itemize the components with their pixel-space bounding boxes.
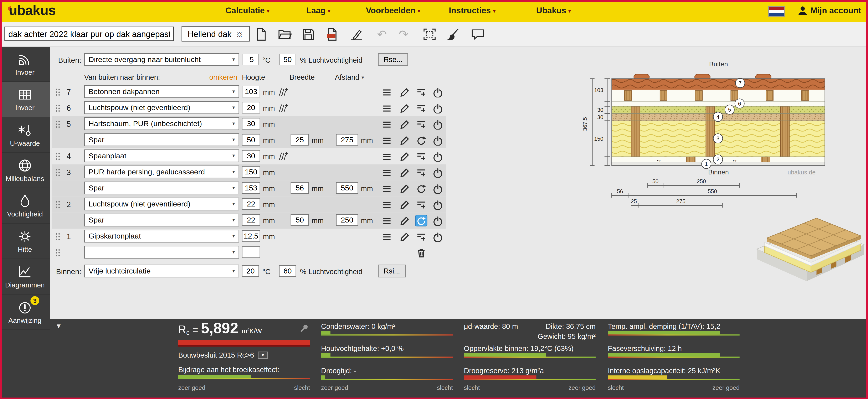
menu-ubakus[interactable]: Ubakus▾: [536, 6, 571, 15]
drag-handle-icon[interactable]: [55, 88, 60, 96]
material-select[interactable]: Spar▼: [84, 133, 239, 146]
drag-handle-icon[interactable]: [55, 201, 60, 209]
height-input[interactable]: [242, 198, 260, 210]
edit-signature-icon[interactable]: [347, 27, 365, 42]
inside-humidity-input[interactable]: [279, 265, 296, 277]
save-icon[interactable]: [300, 27, 317, 42]
add-layer-icon[interactable]: [415, 151, 428, 162]
edit-icon[interactable]: [399, 102, 411, 114]
edit-icon[interactable]: [399, 231, 411, 243]
material-select[interactable]: PUR harde persing, gealucasseerd▼: [84, 165, 239, 178]
edit-icon[interactable]: [399, 183, 411, 194]
material-select[interactable]: Luchtspouw (niet geventileerd)▼: [84, 101, 239, 114]
edit-icon[interactable]: [399, 134, 411, 146]
power-icon[interactable]: [432, 86, 444, 98]
pdf-export-icon[interactable]: [323, 27, 341, 42]
power-icon[interactable]: [432, 199, 444, 210]
undo-icon[interactable]: ↶: [373, 27, 391, 42]
texture-icon[interactable]: [278, 151, 288, 163]
texture-icon[interactable]: [278, 87, 288, 99]
power-icon[interactable]: [432, 215, 444, 226]
construction-type-button[interactable]: Hellend dak☼: [182, 26, 249, 41]
drag-handle-icon[interactable]: [55, 152, 60, 161]
power-icon[interactable]: [432, 183, 444, 194]
sidebar-item-diagrammen[interactable]: Diagrammen: [0, 259, 50, 295]
material-select[interactable]: Spaanplaat▼: [84, 149, 239, 162]
material-select[interactable]: Hartschaum, PUR (unbeschichtet)▼: [84, 117, 239, 130]
outside-surface-select[interactable]: Directe overgang naar buitenlucht▼: [84, 53, 239, 66]
material-select[interactable]: Spar▼: [84, 214, 239, 226]
edit-icon[interactable]: [399, 118, 411, 130]
rotate-icon[interactable]: [415, 183, 428, 194]
outside-temp-input[interactable]: [242, 54, 259, 65]
material-select[interactable]: ▼: [84, 246, 239, 258]
new-document-icon[interactable]: [252, 27, 270, 42]
sidebar-item-invoer-layers[interactable]: Invoer: [0, 82, 50, 117]
material-select[interactable]: Luchtspouw (niet geventileerd)▼: [84, 198, 239, 210]
drag-handle-icon[interactable]: [55, 104, 60, 113]
menu-icon[interactable]: [381, 102, 393, 114]
menu-icon[interactable]: [381, 86, 393, 98]
material-select[interactable]: Gipskartonplaat▼: [84, 230, 239, 243]
drag-handle-icon[interactable]: [55, 248, 60, 257]
bouwbesluit-select[interactable]: Bouwbesluit 2015 Rc>6▼: [178, 351, 268, 359]
menu-icon[interactable]: [381, 199, 393, 210]
rotate-icon[interactable]: [415, 134, 428, 146]
height-input[interactable]: [242, 182, 260, 194]
power-icon[interactable]: [432, 134, 444, 146]
rotate-icon[interactable]: [415, 215, 428, 226]
menu-laag[interactable]: Laag▾: [306, 6, 331, 15]
menu-calculatie[interactable]: Calculatie▾: [225, 6, 269, 15]
height-input[interactable]: [242, 118, 260, 130]
menu-icon[interactable]: [381, 215, 393, 226]
menu-icon[interactable]: [381, 118, 393, 130]
screenshot-frame-icon[interactable]: [421, 27, 438, 42]
height-input[interactable]: [242, 166, 260, 178]
width-input[interactable]: [291, 214, 309, 226]
height-input[interactable]: [242, 150, 260, 162]
ubakus-logo[interactable]: ubakus: [9, 2, 56, 18]
menu-instructies[interactable]: Instructies▾: [449, 6, 496, 15]
menu-icon[interactable]: [381, 134, 393, 146]
width-input[interactable]: [291, 134, 309, 146]
edit-icon[interactable]: [399, 167, 411, 178]
add-layer-icon[interactable]: [415, 231, 428, 243]
open-folder-icon[interactable]: [276, 27, 293, 42]
power-icon[interactable]: [432, 151, 444, 162]
rsi-button[interactable]: Rsi...: [378, 265, 406, 277]
project-name-input[interactable]: [4, 27, 174, 41]
power-icon[interactable]: [432, 102, 444, 114]
menu-icon[interactable]: [381, 183, 393, 194]
comment-icon[interactable]: [469, 27, 487, 42]
rse-button[interactable]: Rse...: [378, 53, 408, 66]
height-input[interactable]: [242, 231, 260, 242]
wrench-icon[interactable]: [299, 323, 309, 336]
distance-input[interactable]: [336, 134, 358, 146]
distance-input[interactable]: [336, 214, 358, 226]
edit-icon[interactable]: [399, 199, 411, 210]
sidebar-item-invoer-construction[interactable]: Invoer: [0, 47, 50, 82]
power-icon[interactable]: [432, 167, 444, 178]
material-select[interactable]: Betonnen dakpannen▼: [84, 85, 239, 98]
height-input[interactable]: [242, 102, 260, 114]
add-layer-icon[interactable]: [415, 102, 428, 114]
add-layer-icon[interactable]: [415, 167, 428, 178]
afstand-dropdown[interactable]: Afstand▾: [335, 73, 364, 81]
edit-icon[interactable]: [399, 215, 411, 226]
power-icon[interactable]: [432, 231, 444, 243]
sidebar-item-aanwijzing[interactable]: 3 Aanwijzing: [0, 295, 50, 330]
edit-icon[interactable]: [399, 86, 411, 98]
trash-icon[interactable]: [415, 247, 428, 258]
sidebar-item-hitte[interactable]: Hitte: [0, 224, 50, 259]
collapse-panel-icon[interactable]: ▼: [55, 322, 62, 330]
add-layer-icon[interactable]: [415, 118, 428, 130]
menu-icon[interactable]: [381, 231, 393, 243]
menu-icon[interactable]: [381, 151, 393, 162]
redo-icon[interactable]: ↷: [395, 27, 412, 42]
drag-handle-icon[interactable]: [55, 168, 60, 177]
drag-handle-icon[interactable]: [55, 120, 60, 128]
height-input[interactable]: [242, 86, 260, 97]
sidebar-item-vochtigheid[interactable]: Vochtigheid: [0, 188, 50, 223]
width-input[interactable]: [291, 182, 309, 194]
add-layer-icon[interactable]: [415, 86, 428, 98]
